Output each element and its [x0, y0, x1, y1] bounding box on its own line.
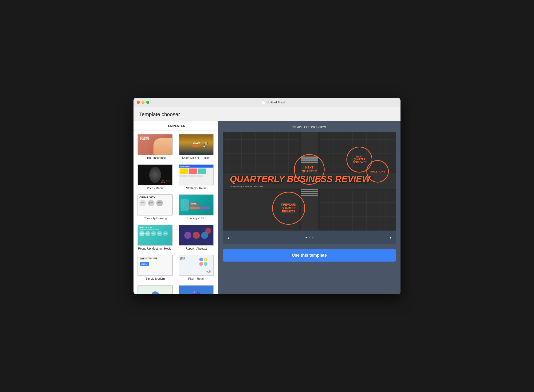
- template-thumb-pitch-retail: RETAILSALESPITCH 🚲: [179, 255, 214, 276]
- pr-circle-3: [199, 262, 203, 266]
- template-thumb-sales-kickoff: SALESKICKOFF 🚀: [179, 134, 214, 155]
- document-icon: [262, 101, 265, 104]
- hc-item-3: Item3: [157, 231, 162, 236]
- preview-container: QUARTERLY BUSINESS REVIEW Presented by N…: [223, 132, 396, 244]
- intro-badge: INTRO: [190, 203, 197, 205]
- template-item-pitch-insurance[interactable]: INSURANCESALES PITCH Pitch - Insurance: [136, 133, 175, 161]
- microphone-icon: [149, 167, 161, 183]
- template-thumb-creativity-drawing: CREATIVITY TOPIC1 TOPIC2 TOPIC3: [137, 194, 173, 215]
- retail-strategy-header: Retail Strategy: [179, 165, 213, 168]
- hc-item-1: Item1: [145, 231, 150, 236]
- templates-header: TEMPLATES: [133, 121, 218, 131]
- main-window: Untitled Prezi Template chooser TEMPLATE…: [133, 98, 401, 294]
- page-title: Template chooser: [133, 107, 401, 121]
- template-thumb-report-abstract: [179, 225, 214, 246]
- abstract-circle-2: [193, 232, 200, 239]
- template-item-pitch-retail[interactable]: RETAILSALESPITCH 🚲 Pitch: [177, 254, 216, 282]
- healthcare-title: HEALTHCARE: [139, 227, 171, 229]
- template-item-around-topic[interactable]: 👤 Around a Topic: [136, 284, 175, 294]
- circle-previous-quarter-results: PREVIOUSQUARTERRESULTS: [272, 192, 305, 225]
- abstract-circle-1: [184, 232, 191, 239]
- topic-center-circle: 👤: [151, 291, 159, 294]
- template-item-strategy-retail[interactable]: Retail Strategy: [177, 163, 216, 191]
- template-item-exec-brief[interactable]: ☂️ INSURANCEEXECUTIVE BRIEF Executive Br…: [177, 284, 216, 294]
- template-thumb-training-edu: INTRO: [179, 194, 214, 215]
- training-button-1: [190, 207, 200, 209]
- bicycle-icon: 🚲: [206, 268, 211, 274]
- preview-header: TEMPLATE PREVIEW: [223, 126, 396, 129]
- simple-template-subtitle: SUBTITLE: [140, 259, 170, 261]
- creativity-circle-3: TOPIC3: [156, 200, 163, 206]
- block-bottom-right: [320, 190, 396, 231]
- template-label-pitch-insurance: Pitch - Insurance: [145, 156, 166, 160]
- creativity-circle-1: TOPIC1: [139, 200, 146, 206]
- template-item-simple-modern[interactable]: SIMPLE TEMPLATE SUBTITLE SIMPLETOPIC 01 …: [136, 254, 175, 282]
- healthcare-subtitle: Weekly-Monthly Roundup Meeting: [139, 229, 171, 230]
- template-item-report-abstract[interactable]: Report - Abstract: [177, 224, 216, 252]
- template-thumb-simple-modern: SIMPLE TEMPLATE SUBTITLE SIMPLETOPIC 01: [137, 255, 173, 276]
- preview-image: QUARTERLY BUSINESS REVIEW Presented by N…: [223, 132, 396, 231]
- crosswalk-bottom: [301, 189, 318, 196]
- circle-next-quarter: NEXTQUARTER: [294, 154, 325, 185]
- insurance-dot: [140, 140, 141, 141]
- simple-topic-box: SIMPLETOPIC 01: [140, 262, 149, 266]
- umbrella-icon: ☂️: [192, 290, 200, 294]
- strategy-box-1: [180, 168, 188, 174]
- template-thumb-pitch-media: MEDIA SALESPITCH: [137, 164, 173, 185]
- simple-template-title: SIMPLE TEMPLATE: [140, 257, 170, 259]
- pr-circle-2: [204, 257, 207, 261]
- template-label-sales-kickoff: Sales KickOff - Rocket: [182, 156, 210, 160]
- person-icon: [181, 199, 189, 211]
- close-button[interactable]: [137, 101, 140, 104]
- pr-circle-4: [204, 262, 207, 266]
- abstract-accent-circle: [205, 228, 211, 234]
- nav-dot-1: [305, 237, 307, 238]
- template-label-training-edu: Training - EDU: [187, 217, 206, 220]
- template-item-sales-kickoff[interactable]: SALESKICKOFF 🚀 Sales KickOff - Rocket: [177, 133, 216, 161]
- template-label-creativity-drawing: Creativity-Drawing: [144, 217, 167, 220]
- main-content: TEMPLATES INSURANCESALES PITCH Pitc: [133, 121, 401, 294]
- maximize-button[interactable]: [146, 101, 149, 104]
- template-item-creativity-drawing[interactable]: CREATIVITY TOPIC1 TOPIC2 TOPIC3 Creativi…: [136, 193, 175, 221]
- media-thumb-text: MEDIA SALESPITCH: [161, 180, 170, 183]
- template-thumb-around-topic: 👤: [137, 285, 173, 294]
- circle-questions: QUESTIONS: [366, 160, 389, 183]
- hc-item-4: Item4: [163, 231, 168, 236]
- use-template-button[interactable]: Use this template: [223, 249, 396, 261]
- person-center-icon: 👤: [153, 294, 157, 294]
- template-item-pitch-media[interactable]: MEDIA SALESPITCH Pitch - Media: [136, 163, 175, 191]
- rocket-icon: 🚀: [203, 142, 209, 147]
- insurance-hand: [154, 138, 172, 155]
- prev-button[interactable]: ‹: [223, 233, 234, 242]
- nav-dot-2: [309, 237, 310, 238]
- template-item-healthcare[interactable]: HEALTHCARE Weekly-Monthly Roundup Meetin…: [136, 224, 175, 252]
- window-title-area: Untitled Prezi: [149, 101, 397, 104]
- pr-circle-1: [199, 257, 203, 261]
- nav-dots: [305, 237, 313, 238]
- preview-panel: TEMPLATE PREVIEW: [218, 121, 401, 294]
- templates-panel: TEMPLATES INSURANCESALES PITCH Pitc: [133, 121, 218, 294]
- strategy-box-2: [189, 168, 197, 174]
- title-bar: Untitled Prezi: [133, 98, 401, 107]
- hc-item-agenda: Agenda: [139, 231, 145, 236]
- template-label-healthcare: Round Up Meeting - Health: [138, 247, 172, 251]
- qbr-subtitle: Presented by NAME for COMPANY: [230, 185, 370, 188]
- template-grid: INSURANCESALES PITCH Pitch - Insurance: [133, 131, 218, 294]
- nav-dot-3: [312, 237, 313, 238]
- template-thumb-healthcare: HEALTHCARE Weekly-Monthly Roundup Meetin…: [137, 225, 173, 246]
- template-thumb-pitch-insurance: INSURANCESALES PITCH: [137, 134, 173, 155]
- template-thumb-exec-brief: ☂️ INSURANCEEXECUTIVE BRIEF: [179, 285, 214, 294]
- template-label-report-abstract: Report - Abstract: [186, 247, 207, 251]
- template-label-simple-modern: Simple-Modern: [146, 277, 165, 281]
- template-label-pitch-retail: Pitch - Retail: [188, 277, 204, 281]
- template-item-training-edu[interactable]: INTRO Training - EDU: [177, 193, 216, 221]
- minimize-button[interactable]: [141, 101, 145, 104]
- strategy-box-3: [198, 168, 206, 174]
- template-thumb-strategy-retail: Retail Strategy: [179, 164, 214, 185]
- template-label-strategy-retail: Strategy - Retail: [186, 187, 206, 190]
- template-label-pitch-media: Pitch - Media: [147, 187, 163, 190]
- creativity-circle-2: TOPIC2: [148, 200, 155, 206]
- next-button[interactable]: ›: [385, 233, 396, 242]
- creativity-label: CREATIVITY: [139, 196, 171, 199]
- traffic-lights: [137, 101, 149, 104]
